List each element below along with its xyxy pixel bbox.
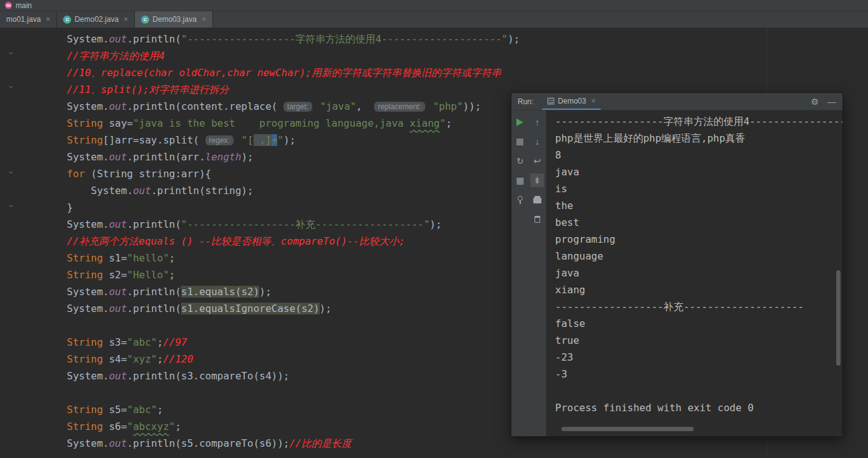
down-stack-trace-button[interactable]: ↓ bbox=[530, 135, 544, 149]
code-line: System.out.println(content.replace( targ… bbox=[67, 98, 520, 115]
console-line: Process finished with exit code 0 bbox=[555, 399, 835, 416]
console-output: ------------------字符串方法的使用4-------------… bbox=[555, 113, 835, 416]
code-line: //10、replace(char oldChar,char newChar);… bbox=[67, 64, 520, 81]
close-icon[interactable]: × bbox=[202, 15, 206, 24]
code-line: System.out.println(string); bbox=[67, 182, 520, 199]
stop-icon bbox=[516, 139, 523, 145]
ide-window: m main mo01.java × C Demo02.java × C Dem… bbox=[0, 0, 868, 458]
console[interactable]: ------------------字符串方法的使用4-------------… bbox=[546, 110, 842, 436]
minimize-icon[interactable]: — bbox=[827, 97, 836, 106]
console-line: false bbox=[555, 315, 835, 332]
stop-button[interactable] bbox=[513, 135, 527, 149]
run-toolbar: ↻ ▦ ↑ ↓ ↩ ⇟ bbox=[511, 110, 546, 436]
code-line: String s1="hello"; bbox=[67, 250, 520, 266]
code-line: System.out.println(s1.equals(s2)); bbox=[67, 283, 520, 300]
code-line: System.out.println(s3.compareTo(s4)); bbox=[67, 368, 520, 384]
rerun-failed-button[interactable]: ↻ bbox=[513, 154, 527, 168]
console-line: -3 bbox=[555, 366, 835, 382]
code-line: } bbox=[67, 199, 520, 216]
code-line: System.out.println(s5.compareTo(s6));//比… bbox=[67, 435, 520, 452]
class-icon: C bbox=[63, 16, 71, 24]
gear-icon[interactable]: ⚙ bbox=[811, 97, 819, 106]
code-line: System.out.println("------------------字符… bbox=[67, 31, 520, 47]
tab-demo03[interactable]: C Demo03.java × bbox=[135, 11, 213, 27]
branch-icon[interactable]: m bbox=[5, 2, 12, 9]
code-line: //补充两个方法equals () --比较是否相等、compareTo()--… bbox=[67, 233, 520, 250]
console-line: xiang bbox=[555, 281, 835, 298]
printer-icon bbox=[533, 198, 541, 203]
print-button[interactable] bbox=[530, 193, 544, 207]
horizontal-scrollbar[interactable] bbox=[546, 427, 842, 432]
code-line: String say="java is the best programing … bbox=[67, 115, 520, 132]
code-line: String s3="abc";//97 bbox=[67, 334, 520, 351]
pin-icon bbox=[518, 196, 523, 201]
close-icon[interactable]: × bbox=[591, 97, 596, 105]
fold-marker-icon[interactable]: ⌄ bbox=[7, 200, 14, 209]
close-icon[interactable]: × bbox=[124, 15, 128, 24]
class-icon: C bbox=[141, 16, 149, 24]
console-line: ------------------补充-------------------- bbox=[555, 298, 835, 315]
run-tab-label: Demo03 bbox=[558, 97, 586, 105]
code-line: System.out.println(arr.length); bbox=[67, 149, 520, 165]
run-header: Run: Demo03 × ⚙ — bbox=[511, 93, 842, 110]
run-header-actions: ⚙ — bbox=[811, 97, 836, 106]
code-line: //字符串方法的使用4 bbox=[67, 47, 520, 64]
code-line: String s5="abc"; bbox=[67, 401, 520, 418]
code-line: System.out.println(s1.equalsIgnoreCase(s… bbox=[67, 300, 520, 317]
pin-tab-button[interactable] bbox=[513, 193, 527, 207]
console-line: 8 bbox=[555, 147, 835, 163]
console-icon bbox=[547, 97, 555, 105]
soft-wrap-button[interactable]: ↩ bbox=[530, 154, 544, 168]
console-line: the bbox=[555, 197, 835, 214]
main-toolbar: m main bbox=[0, 0, 868, 11]
code-line: String s6="abcxyz"; bbox=[67, 418, 520, 435]
branch-label[interactable]: main bbox=[16, 1, 32, 10]
code-line: String[]arr=say.split( regex: "[ ,]+"); bbox=[67, 132, 520, 149]
vertical-scrollbar[interactable] bbox=[836, 270, 841, 366]
tab-label: mo01.java bbox=[6, 15, 41, 24]
scroll-to-end-button[interactable]: ⇟ bbox=[530, 173, 544, 187]
console-line: programing bbox=[555, 231, 835, 248]
code-line: //11、split();对字符串进行拆分 bbox=[67, 81, 520, 98]
console-line: ------------------字符串方法的使用4-------------… bbox=[555, 113, 835, 130]
rerun-button[interactable] bbox=[513, 115, 527, 129]
console-line: language bbox=[555, 248, 835, 265]
horizontal-scrollbar-thumb[interactable] bbox=[561, 427, 694, 431]
tab-label: Demo03.java bbox=[152, 15, 197, 24]
console-line bbox=[555, 382, 835, 399]
fold-marker-icon[interactable]: ⌄ bbox=[7, 47, 14, 56]
console-line: true bbox=[555, 332, 835, 349]
run-title: Run: bbox=[518, 97, 533, 106]
run-tab-demo03[interactable]: Demo03 × bbox=[542, 93, 600, 110]
code-line bbox=[67, 384, 520, 401]
close-icon[interactable]: × bbox=[46, 15, 50, 24]
fold-marker-icon[interactable]: ⌄ bbox=[7, 167, 14, 175]
restore-layout-button[interactable]: ▦ bbox=[513, 173, 527, 187]
console-line: java bbox=[555, 265, 835, 281]
code-line: for (String string:arr){ bbox=[67, 165, 520, 182]
tab-label: Demo02.java bbox=[74, 15, 119, 24]
code-line: String s4="xyz";//120 bbox=[67, 351, 520, 368]
tab-demo02[interactable]: C Demo02.java × bbox=[57, 11, 135, 27]
console-line: is bbox=[555, 180, 835, 197]
clear-all-button[interactable] bbox=[530, 212, 544, 226]
console-line: php是世界上最好的php编程语言,php真香 bbox=[555, 130, 835, 147]
code-line: System.out.println("------------------补充… bbox=[67, 216, 520, 233]
code-line bbox=[67, 317, 520, 334]
up-stack-trace-button[interactable]: ↑ bbox=[530, 115, 544, 129]
play-icon bbox=[516, 119, 523, 126]
run-body: ↻ ▦ ↑ ↓ ↩ ⇟ ------------------字符串方法的使用4-… bbox=[511, 110, 842, 436]
console-line: best bbox=[555, 214, 835, 231]
trash-icon bbox=[535, 216, 540, 223]
console-line: java bbox=[555, 163, 835, 180]
code-line: String s2="Hello"; bbox=[67, 266, 520, 283]
tab-demo01[interactable]: mo01.java × bbox=[0, 11, 57, 27]
console-line: -23 bbox=[555, 349, 835, 366]
run-controls-column: ↻ ▦ bbox=[511, 110, 529, 436]
console-actions-column: ↑ ↓ ↩ ⇟ bbox=[529, 110, 546, 436]
code-area[interactable]: System.out.println("------------------字符… bbox=[67, 31, 520, 452]
fold-marker-icon[interactable]: ⌄ bbox=[7, 81, 14, 90]
editor-tabs: mo01.java × C Demo02.java × C Demo03.jav… bbox=[0, 11, 868, 28]
run-tool-window: Run: Demo03 × ⚙ — ↻ ▦ ↑ bbox=[511, 92, 843, 437]
